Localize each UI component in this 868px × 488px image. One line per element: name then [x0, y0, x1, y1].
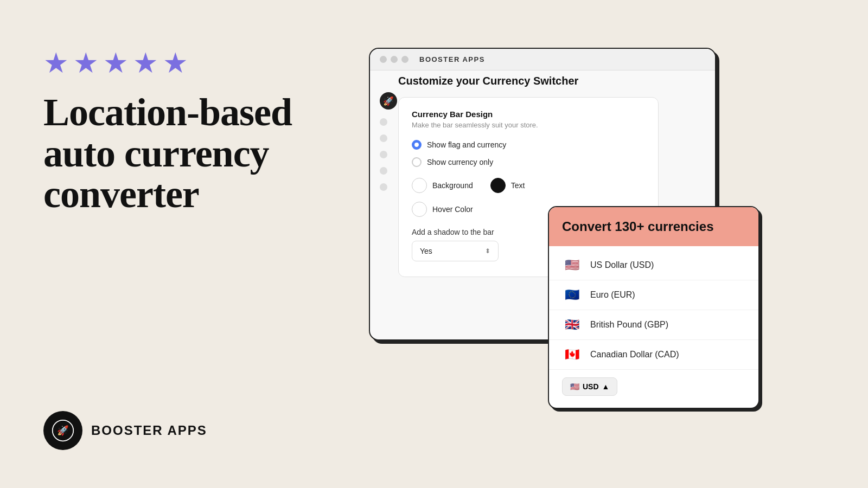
nav-dot-2[interactable] — [380, 134, 387, 142]
logo-area: 🚀 BOOSTER APPS — [43, 411, 207, 450]
left-nav: 🚀 — [380, 92, 397, 191]
color-options-row: Background Text — [412, 178, 645, 193]
hover-color-swatch[interactable] — [412, 202, 427, 217]
star-3: ★ — [103, 49, 129, 77]
currency-card-header-text: Convert 130+ currencies — [562, 219, 713, 234]
selector-currency-text: USD — [583, 382, 599, 391]
headline: Location-based auto currency converter — [43, 92, 347, 215]
flag-gbp: 🇬🇧 — [562, 318, 582, 332]
dot-red — [380, 56, 387, 63]
card-subtitle: Make the bar seamlessly suit your store. — [412, 121, 645, 129]
currency-list: 🇺🇸 US Dollar (USD) 🇪🇺 Euro (EUR) 🇬🇧 Brit… — [549, 246, 758, 408]
card-title: Currency Bar Design — [412, 110, 645, 119]
radio-option-flag-currency[interactable]: Show flag and currency — [412, 140, 645, 150]
star-1: ★ — [43, 49, 69, 77]
select-arrows-icon: ⬍ — [485, 247, 490, 255]
flag-cad: 🇨🇦 — [562, 348, 582, 362]
currency-name-usd: US Dollar (USD) — [590, 260, 654, 270]
nav-dot-3[interactable] — [380, 151, 387, 158]
star-5: ★ — [163, 49, 188, 77]
selector-flag-icon: 🇺🇸 — [570, 382, 579, 391]
logo-circle: 🚀 — [43, 411, 82, 450]
hover-color-label: Hover Color — [432, 205, 473, 214]
nav-dot-4[interactable] — [380, 167, 387, 175]
currency-name-eur: Euro (EUR) — [590, 290, 635, 300]
radio-flag-currency-label: Show flag and currency — [427, 140, 506, 149]
window-dots — [380, 56, 409, 63]
dot-green — [401, 56, 409, 63]
nav-dot-5[interactable] — [380, 183, 387, 191]
stars-row: ★ ★ ★ ★ ★ — [43, 49, 347, 77]
logo-rocket-icon: 🚀 — [52, 419, 74, 442]
selector-arrow-icon: ▲ — [602, 382, 610, 391]
page-title: Customize your Currency Switcher — [398, 75, 715, 87]
currency-selector-button[interactable]: 🇺🇸 USD ▲ — [562, 377, 617, 396]
background-color-swatch[interactable] — [412, 178, 427, 193]
currency-item-eur: 🇪🇺 Euro (EUR) — [549, 280, 758, 310]
nav-icon[interactable]: 🚀 — [380, 92, 397, 110]
window-app-name: BOOSTER APPS — [419, 55, 485, 63]
text-color-option[interactable]: Text — [490, 178, 525, 193]
currency-card-header: Convert 130+ currencies — [549, 207, 758, 246]
svg-text:🚀: 🚀 — [57, 425, 69, 436]
background-color-label: Background — [432, 181, 473, 190]
star-2: ★ — [73, 49, 99, 77]
radio-flag-currency-indicator[interactable] — [412, 140, 422, 150]
dot-yellow — [391, 56, 398, 63]
shadow-select[interactable]: Yes ⬍ — [412, 241, 499, 261]
currency-selector-row[interactable]: 🇺🇸 USD ▲ — [549, 370, 758, 403]
nav-dot-1[interactable] — [380, 118, 387, 126]
logo-text: BOOSTER APPS — [91, 423, 207, 438]
shadow-select-value: Yes — [420, 247, 432, 255]
radio-currency-only-label: Show currency only — [427, 158, 493, 166]
currency-item-gbp: 🇬🇧 British Pound (GBP) — [549, 310, 758, 340]
currency-item-usd: 🇺🇸 US Dollar (USD) — [549, 251, 758, 280]
star-4: ★ — [133, 49, 158, 77]
window-titlebar: BOOSTER APPS — [370, 49, 715, 70]
currency-name-cad: Canadian Dollar (CAD) — [590, 350, 679, 359]
text-color-swatch[interactable] — [490, 178, 506, 193]
currency-card: Convert 130+ currencies 🇺🇸 US Dollar (US… — [548, 206, 760, 409]
radio-option-currency-only[interactable]: Show currency only — [412, 157, 645, 167]
radio-currency-only-indicator[interactable] — [412, 157, 422, 167]
flag-usd: 🇺🇸 — [562, 258, 582, 272]
left-section: ★ ★ ★ ★ ★ Location-based auto currency c… — [43, 49, 347, 215]
currency-name-gbp: British Pound (GBP) — [590, 320, 668, 330]
background-color-option[interactable]: Background — [412, 178, 473, 193]
text-color-label: Text — [511, 181, 525, 190]
flag-eur: 🇪🇺 — [562, 288, 582, 302]
currency-item-cad: 🇨🇦 Canadian Dollar (CAD) — [549, 340, 758, 370]
